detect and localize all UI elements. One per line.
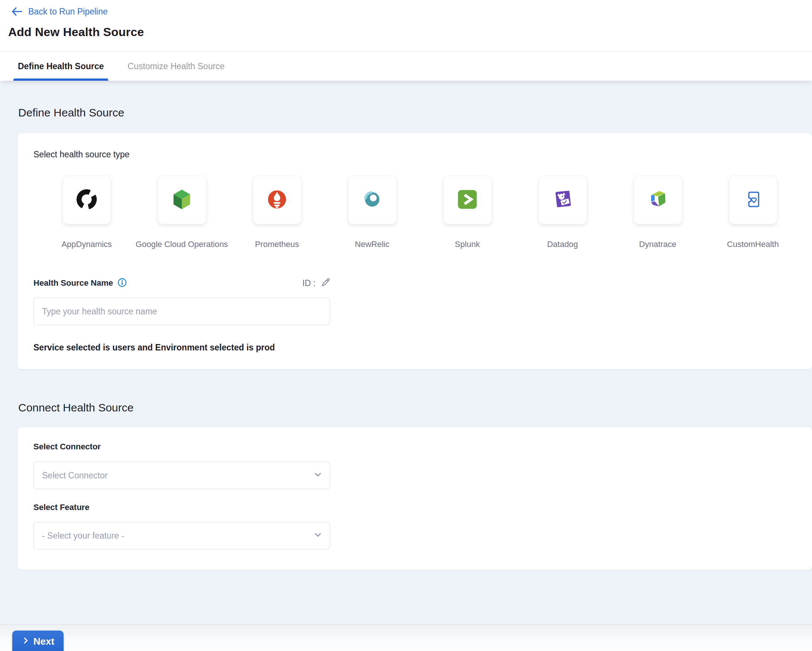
source-type-label: CustomHealth	[727, 240, 778, 249]
newrelic-tile[interactable]	[348, 176, 397, 224]
feature-select-placeholder: - Select your feature -	[42, 531, 124, 541]
source-type-label: Google Cloud Operations	[136, 240, 228, 249]
splunk-icon	[456, 188, 478, 212]
main-content: Define Health Source Select health sourc…	[0, 81, 812, 624]
source-type-appdynamics[interactable]: AppDynamics	[39, 176, 134, 249]
feature-select[interactable]: - Select your feature -	[34, 522, 330, 549]
select-feature-label: Select Feature	[34, 503, 812, 512]
customhealth-icon	[742, 189, 764, 212]
appdynamics-icon	[75, 188, 98, 212]
tab-label: Define Health Source	[18, 61, 104, 72]
id-group: ID :	[302, 277, 330, 289]
source-type-label: Splunk	[455, 240, 479, 249]
tab-define-health-source[interactable]: Define Health Source	[14, 52, 108, 81]
google-cloud-operations-tile[interactable]	[158, 176, 206, 224]
source-type-label: Dynatrace	[639, 240, 676, 249]
datadog-tile[interactable]	[538, 176, 587, 224]
define-section-heading: Define Health Source	[0, 81, 812, 119]
chevron-right-icon	[21, 636, 30, 647]
source-type-google-cloud-operations[interactable]: Google Cloud Operations	[134, 176, 229, 249]
source-type-row: AppDynamics Google Cloud Operations	[39, 176, 812, 249]
back-arrow-icon	[11, 5, 23, 18]
tab-bar: Define Health Source Customize Health So…	[0, 51, 812, 81]
info-icon[interactable]	[118, 278, 127, 289]
edit-id-pencil-icon[interactable]	[320, 277, 330, 289]
id-label: ID :	[302, 278, 316, 288]
dynatrace-icon	[647, 188, 669, 212]
prometheus-tile[interactable]	[253, 176, 302, 224]
newrelic-icon	[361, 188, 384, 212]
footer-bar: Next	[0, 624, 812, 651]
connector-select-placeholder: Select Connector	[42, 471, 107, 481]
source-type-label: NewRelic	[355, 240, 390, 249]
chevron-down-icon	[313, 469, 323, 481]
google-cloud-operations-icon	[170, 188, 193, 212]
add-health-source-page: Back to Run Pipeline Add New Health Sour…	[0, 0, 812, 651]
chevron-down-icon	[313, 530, 323, 542]
source-type-prometheus[interactable]: Prometheus	[229, 176, 325, 249]
source-type-splunk[interactable]: Splunk	[420, 176, 515, 249]
select-type-label: Select health source type	[34, 133, 812, 160]
back-to-run-pipeline-link[interactable]: Back to Run Pipeline	[28, 7, 108, 17]
source-type-label: Prometheus	[255, 240, 299, 249]
prometheus-icon	[266, 188, 288, 212]
back-link-row[interactable]: Back to Run Pipeline	[11, 5, 812, 18]
health-source-name-row: Health Source Name ID :	[34, 278, 330, 289]
define-health-source-card: Select health source type AppDynamics	[18, 133, 812, 369]
connector-select[interactable]: Select Connector	[34, 462, 330, 489]
appdynamics-tile[interactable]	[63, 176, 111, 224]
header: Back to Run Pipeline Add New Health Sour…	[0, 0, 812, 51]
datadog-icon	[551, 188, 574, 212]
service-environment-text: Service selected is users and Environmen…	[34, 342, 812, 353]
tab-label: Customize Health Source	[128, 61, 224, 72]
next-button[interactable]: Next	[12, 631, 64, 651]
source-type-label: Datadog	[547, 240, 578, 249]
source-type-newrelic[interactable]: NewRelic	[325, 176, 420, 249]
page-title: Add New Health Source	[8, 25, 812, 39]
customhealth-tile[interactable]	[729, 176, 777, 224]
source-type-customhealth[interactable]: CustomHealth	[705, 176, 800, 249]
source-type-label: AppDynamics	[61, 240, 112, 249]
dynatrace-tile[interactable]	[633, 176, 682, 224]
select-connector-label: Select Connector	[34, 427, 812, 452]
source-type-dynatrace[interactable]: Dynatrace	[610, 176, 705, 249]
splunk-tile[interactable]	[443, 176, 492, 224]
connect-health-source-card: Select Connector Select Connector Select…	[18, 427, 812, 570]
health-source-name-input[interactable]	[34, 298, 330, 325]
source-type-datadog[interactable]: Datadog	[515, 176, 610, 249]
connect-section-heading: Connect Health Source	[0, 401, 812, 414]
health-source-name-label: Health Source Name	[34, 278, 113, 288]
tab-customize-health-source[interactable]: Customize Health Source	[123, 52, 229, 81]
next-button-label: Next	[34, 636, 54, 647]
